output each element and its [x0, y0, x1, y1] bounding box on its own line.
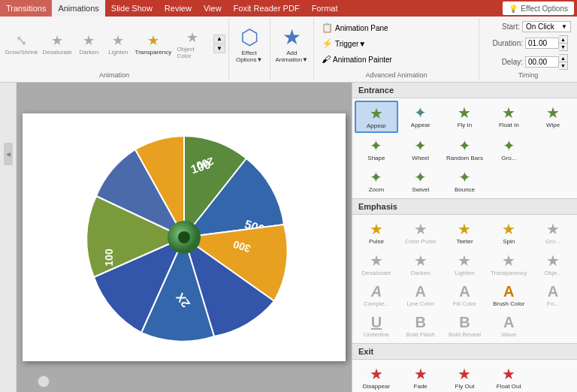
darken-emph-btn[interactable]: ★ Darken: [399, 249, 443, 279]
animation-pane-btn[interactable]: 📋 Animation Pane: [319, 21, 391, 35]
line-color-icon: A: [415, 283, 425, 300]
desaturate-emph-btn[interactable]: ★ Desaturate: [355, 249, 398, 279]
swivel-btn[interactable]: ✦ Swivel: [399, 165, 443, 196]
delay-down-btn[interactable]: ▼: [559, 62, 568, 70]
animation-pane-label: Animation Pane: [335, 24, 388, 32]
delay-up-btn[interactable]: ▲: [559, 54, 568, 62]
desaturate-label: Desaturate: [43, 49, 72, 56]
lighten-emph-label: Lighten: [455, 270, 474, 276]
bold-flash-icon: B: [415, 314, 425, 331]
appear2-btn[interactable]: ✦ Appear: [399, 101, 443, 133]
duration-input[interactable]: [525, 38, 559, 49]
teeter-btn[interactable]: ★ Teeter: [443, 217, 487, 248]
ribbon-tab-animations[interactable]: Animations: [52, 0, 104, 17]
animation-painter-btn[interactable]: 🖌 Animation Painter: [319, 53, 395, 66]
lighten-btn[interactable]: ★ Lighten: [104, 31, 132, 57]
start-value[interactable]: On Click ▼: [522, 21, 571, 32]
tell-me-bar[interactable]: 💡 Effect Options: [503, 2, 574, 15]
fly-out-label: Fly Out: [455, 383, 475, 390]
bottom-handle[interactable]: [38, 375, 50, 387]
duration-down-btn[interactable]: ▼: [559, 44, 568, 51]
zoom-btn[interactable]: ✦ Zoom: [355, 165, 398, 196]
spin-btn[interactable]: ★ Spin: [487, 217, 530, 248]
fly-out-btn[interactable]: ★ Fly Out: [443, 362, 487, 392]
duration-up-btn[interactable]: ▲: [559, 35, 568, 44]
color-pulse-label: Color Pulse: [405, 238, 436, 245]
grow-label: Gro...: [501, 155, 516, 161]
ribbon-tab-slideshow[interactable]: Slide Show: [105, 0, 159, 17]
slide-panel-handle[interactable]: ◀: [4, 143, 13, 165]
complementary-btn[interactable]: A Comple...: [355, 280, 398, 310]
float-out-label: Float Out: [497, 383, 521, 390]
ribbon-tab-format[interactable]: Format: [306, 0, 344, 17]
wheel-anim-btn[interactable]: ✦ Wheel: [399, 134, 443, 164]
scroll-down-btn[interactable]: ▼: [213, 44, 225, 53]
wave-label: Wave: [501, 331, 516, 338]
object-color-label: Object Color: [177, 46, 208, 59]
float-in-btn[interactable]: ★ Float In: [487, 101, 530, 133]
bold-reveal-btn[interactable]: B Bold Reveal: [443, 311, 487, 341]
bold-reveal-icon: B: [459, 314, 470, 331]
svg-text:100: 100: [103, 249, 115, 267]
color-pulse-btn[interactable]: ★ Color Pulse: [399, 217, 443, 248]
wave-icon: A: [503, 314, 514, 331]
timing-group-label: Advanced Animation: [314, 71, 479, 79]
fly-in-label: Fly In: [458, 122, 473, 128]
add-animation-btn[interactable]: ★ AddAnimation▼: [273, 20, 312, 79]
font-color-btn[interactable]: A Fo...: [531, 280, 575, 310]
shape-label: Shape: [367, 155, 385, 161]
duration-label: Duration:: [485, 39, 523, 47]
zoom-label: Zoom: [369, 186, 384, 193]
delay-input[interactable]: [525, 56, 559, 68]
darken-btn[interactable]: ★ Darken: [74, 31, 103, 57]
underline-btn[interactable]: U Underline: [355, 311, 398, 341]
transparency-emph-btn[interactable]: ★ Transparency: [487, 249, 530, 279]
bold-flash-btn[interactable]: B Bold Flash: [399, 311, 443, 341]
fade-exit-btn[interactable]: ★ Fade: [399, 362, 443, 392]
fill-color-btn[interactable]: A Fill Color: [443, 280, 487, 310]
wheel-container[interactable]: 100 500 250 3000 150: [75, 128, 293, 346]
bounce-btn[interactable]: ✦ Bounce: [443, 165, 487, 196]
trigger-btn[interactable]: ⚡ Trigger▼: [319, 37, 369, 50]
ribbon-tab-foxit[interactable]: Foxit Reader PDF: [228, 0, 306, 17]
grow-btn[interactable]: ✦ Gro...: [487, 134, 530, 164]
obj-color-emph-btn[interactable]: ★ Obje...: [531, 249, 575, 279]
fill-color-icon: A: [459, 283, 470, 300]
animation-pane-icon: 📋: [322, 23, 333, 33]
underline-icon: U: [371, 314, 382, 331]
ribbon-tab-review[interactable]: Review: [159, 0, 198, 17]
float-out-btn[interactable]: ★ Float Out: [487, 362, 530, 392]
object-color-btn[interactable]: ★ Object Color: [174, 28, 211, 61]
animation-group-label: Animation: [0, 71, 228, 79]
lighten-emph-btn[interactable]: ★ Lighten: [443, 249, 487, 279]
effect-options-btn[interactable]: ⬡ EffectOptions▼: [233, 20, 266, 79]
gro-emph-btn[interactable]: ★ Gro...: [531, 217, 575, 248]
wave-btn[interactable]: A Wave: [487, 311, 530, 341]
pulse-btn[interactable]: ★ Pulse: [355, 217, 398, 248]
effect-options-icon: ⬡: [240, 25, 258, 50]
shape-btn[interactable]: ✦ Shape: [355, 134, 398, 164]
random-bars-icon: ✦: [458, 137, 471, 155]
wipe-btn[interactable]: ★ Wipe: [531, 101, 575, 133]
desaturate-icon: ★: [51, 32, 63, 49]
underline-label: Underline: [364, 331, 389, 338]
ribbon-tab-transitions[interactable]: Transitions: [0, 0, 52, 17]
fly-in-btn[interactable]: ★ Fly In: [443, 101, 487, 133]
entrance-header: Entrance: [352, 83, 577, 98]
appear-selected-btn[interactable]: ★ Appear: [355, 101, 398, 133]
desaturate-btn[interactable]: ★ Desaturate: [41, 31, 74, 57]
zoom-icon: ✦: [370, 168, 382, 186]
add-animation-label: AddAnimation▼: [276, 50, 309, 63]
scroll-up-btn[interactable]: ▲: [213, 35, 225, 44]
animation-panel: Entrance ★ Appear ✦ Appear ★ Fly In ★ Fl…: [352, 83, 577, 392]
transparency-btn[interactable]: ★ Transparency: [133, 31, 173, 57]
wipe-icon: ★: [546, 104, 560, 122]
emphasis-header: Emphasis: [352, 198, 577, 215]
animation-painter-label: Animation Painter: [333, 56, 392, 64]
ribbon-tab-view[interactable]: View: [198, 0, 228, 17]
grow-shrink-btn[interactable]: ⤡ Grow/Shrink: [3, 31, 40, 57]
random-bars-btn[interactable]: ✦ Random Bars: [443, 134, 487, 164]
line-color-btn[interactable]: A Line Color: [399, 280, 443, 310]
disappear-btn[interactable]: ★ Disappear: [355, 362, 398, 392]
brush-color-btn[interactable]: A Brush Color: [487, 280, 530, 310]
